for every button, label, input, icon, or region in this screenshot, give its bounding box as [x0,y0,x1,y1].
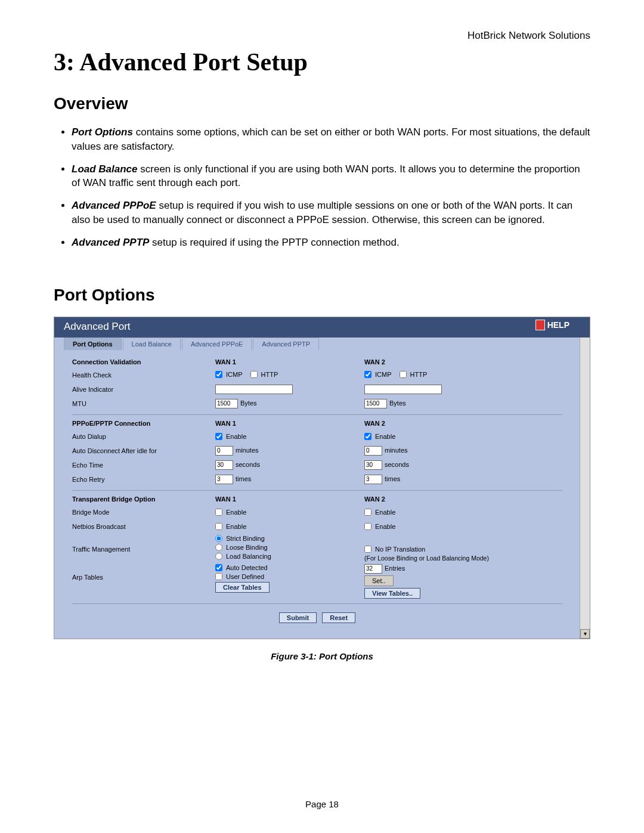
unit-bytes: Bytes [389,400,406,407]
clear-tables-button[interactable]: Clear Tables [215,582,270,593]
overview-item: Advanced PPPoE setup is required if you … [72,199,590,227]
checkbox-http-wan1[interactable] [250,371,258,378]
input-echoretry-wan2[interactable] [364,475,382,484]
overview-term: Advanced PPTP [72,237,149,248]
overview-list: Port Options contains some options, whic… [54,125,590,250]
label-noip: No IP Translation [375,546,425,553]
radio-strict-binding[interactable] [215,535,222,542]
overview-item: Load Balance screen is only functional i… [72,162,590,191]
label-enable: Enable [226,509,246,516]
scrollbar[interactable]: ▴ ▾ [580,317,590,639]
tab-port-options[interactable]: Port Options [64,337,122,350]
overview-heading: Overview [54,94,590,113]
unit-entries: Entries [385,565,405,572]
input-mtu-wan1[interactable] [215,399,238,408]
input-echotime-wan2[interactable] [364,460,382,470]
label-arp-tables: Arp Tables [72,564,215,581]
help-label: HELP [547,320,569,330]
checkbox-user-defined[interactable] [215,573,222,580]
radio-load-balancing[interactable] [215,553,222,560]
help-icon [535,320,545,330]
input-autodisc-wan2[interactable] [364,446,382,456]
section-connection-validation: Connection Validation WAN 1 WAN 2 Health… [72,354,562,415]
submit-button[interactable]: Submit [279,612,317,623]
label-bridge-mode: Bridge Mode [72,509,215,516]
col-wan1: WAN 1 [215,420,364,427]
reset-button[interactable]: Reset [322,612,355,623]
label-user-defined: User Defined [226,573,264,580]
checkbox-auto-detected[interactable] [215,564,222,571]
unit-times: times [236,475,251,482]
label-enable: Enable [375,509,395,516]
tab-advanced-pptp[interactable]: Advanced PPTP [253,337,319,350]
input-entries[interactable] [364,564,382,574]
label-icmp: ICMP [375,371,392,378]
label-echo-retry: Echo Retry [72,476,215,483]
checkbox-icmp-wan1[interactable] [215,371,222,378]
note-noip: (For Loose Binding or Load Balancing Mod… [364,555,513,562]
tab-row: Port Options Load Balance Advanced PPPoE… [54,337,590,350]
checkbox-autodialup-wan1[interactable] [215,433,222,440]
unit-seconds: seconds [385,461,409,468]
col-wan1: WAN 1 [215,358,364,366]
unit-minutes: minutes [385,447,408,454]
input-echotime-wan1[interactable] [215,460,233,470]
col-wan2: WAN 2 [364,496,562,503]
overview-term: Port Options [72,126,133,138]
label-traffic-management: Traffic Management [72,535,215,553]
panel-header: Advanced Port HELP [54,317,590,337]
overview-text: setup is required if using the PPTP conn… [149,237,399,248]
label-health-check: Health Check [72,371,215,379]
overview-text: contains some options, which can be set … [72,126,590,152]
input-echoretry-wan1[interactable] [215,475,233,484]
label-loose: Loose Binding [226,544,268,551]
radio-loose-binding[interactable] [215,544,222,551]
overview-item: Advanced PPTP setup is required if using… [72,236,590,250]
label-mtu: MTU [72,400,215,407]
doc-header-right: HotBrick Network Solutions [54,30,590,42]
checkbox-bridge-wan2[interactable] [364,509,371,516]
label-auto-detected: Auto Detected [226,564,268,571]
label-strict: Strict Binding [226,535,265,542]
input-autodisc-wan1[interactable] [215,446,233,456]
config-screenshot: ▴ ▾ Advanced Port HELP Port Options Load… [54,317,590,639]
checkbox-bridge-wan1[interactable] [215,509,222,516]
port-options-heading: Port Options [54,286,590,305]
chapter-title: 3: Advanced Port Setup [54,48,590,76]
section-transparent-bridge: Transparent Bridge Option WAN 1 WAN 2 Br… [72,491,562,604]
scroll-down-icon[interactable]: ▾ [580,629,590,639]
label-alive-indicator: Alive Indicator [72,386,215,393]
col-wan2: WAN 2 [364,420,562,427]
view-tables-button[interactable]: View Tables.. [364,588,420,599]
form-body: Connection Validation WAN 1 WAN 2 Health… [54,350,580,639]
set-button[interactable]: Set.. [364,575,394,586]
label-netbios: Netbios Broadcast [72,523,215,530]
checkbox-no-ip-translation[interactable] [364,546,371,553]
tab-advanced-pppoe[interactable]: Advanced PPPoE [182,337,252,350]
tab-load-balance[interactable]: Load Balance [123,337,181,350]
section-pppoe-pptp: PPPoE/PPTP Connection WAN 1 WAN 2 Auto D… [72,415,562,491]
label-enable: Enable [226,433,246,440]
col-wan1: WAN 1 [215,496,364,503]
checkbox-netbios-wan2[interactable] [364,523,371,530]
input-mtu-wan2[interactable] [364,399,387,408]
col-wan2: WAN 2 [364,358,562,366]
checkbox-icmp-wan2[interactable] [364,371,371,378]
section-title: Connection Validation [72,358,215,366]
overview-term: Advanced PPPoE [72,200,156,211]
checkbox-http-wan2[interactable] [400,371,407,378]
section-title: Transparent Bridge Option [72,496,215,503]
unit-seconds: seconds [236,461,260,468]
label-auto-disconnect: Auto Disconnect After idle for [72,447,215,454]
submit-row: Submit Reset [72,604,562,627]
input-alive-wan1[interactable] [215,385,293,394]
unit-bytes: Bytes [240,400,257,407]
unit-minutes: minutes [236,447,259,454]
overview-text: screen is only functional if you are usi… [72,163,580,189]
label-http: HTTP [410,371,428,378]
checkbox-autodialup-wan2[interactable] [364,433,371,440]
input-alive-wan2[interactable] [364,385,442,394]
overview-term: Load Balance [72,163,138,175]
help-link[interactable]: HELP [535,320,569,330]
checkbox-netbios-wan1[interactable] [215,523,222,530]
